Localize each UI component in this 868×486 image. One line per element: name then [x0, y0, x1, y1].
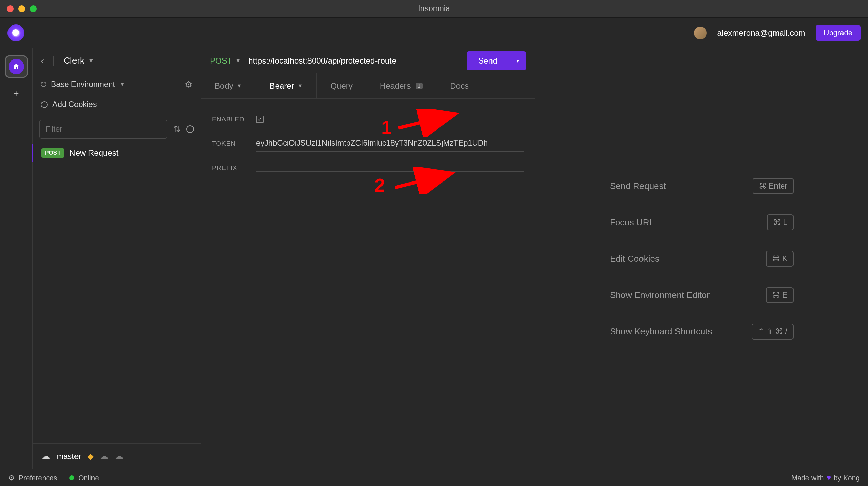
chevron-down-icon: ▼ [235, 58, 241, 64]
divider [53, 56, 54, 66]
shortcut-send-request: Send Request ⌘ Enter [610, 178, 794, 194]
tab-body-label: Body [215, 81, 233, 91]
maximize-window-button[interactable] [30, 5, 37, 12]
made-with-label: Made with [791, 474, 824, 482]
enabled-checkbox[interactable] [256, 116, 264, 123]
headers-count-badge: 1 [416, 83, 423, 89]
sidebar: ‹ Clerk ▼ Base Environment ▼ ⚙ Add Cooki… [33, 48, 201, 469]
shortcut-focus-url: Focus URL ⌘ L [610, 214, 794, 230]
tab-docs-label: Docs [450, 81, 469, 91]
heart-icon: ♥ [827, 474, 831, 482]
shortcut-label: Show Environment Editor [610, 290, 710, 300]
environment-dot-icon [41, 82, 46, 87]
app-title: Insomnia [418, 4, 450, 13]
cookie-icon [41, 101, 48, 108]
tab-query-label: Query [330, 81, 352, 91]
shortcut-edit-cookies: Edit Cookies ⌘ K [610, 251, 794, 267]
response-pane: Send Request ⌘ Enter Focus URL ⌘ L Edit … [535, 48, 868, 469]
cube-icon[interactable]: ◆ [87, 452, 94, 461]
home-rail-button[interactable] [5, 55, 28, 78]
online-dot-icon [69, 475, 74, 480]
request-pane: POST ▼ https://localhost:8000/api/protec… [201, 48, 535, 469]
shortcut-label: Focus URL [610, 217, 654, 228]
header-bar: alexmerona@gmail.com Upgrade [0, 18, 868, 48]
statusbar: ⚙ Preferences Online Made with ♥ by Kong [0, 469, 868, 486]
request-item[interactable]: POST New Request [32, 144, 201, 162]
method-label: POST [210, 56, 232, 66]
preferences-button[interactable]: ⚙ Preferences [8, 474, 57, 482]
shortcut-keyboard: Show Keyboard Shortcuts ⌃ ⇧ ⌘ / [610, 324, 794, 340]
tab-docs[interactable]: Docs [436, 73, 482, 98]
preferences-label: Preferences [19, 474, 57, 482]
online-status[interactable]: Online [69, 474, 99, 482]
shortcut-key: ⌘ Enter [753, 178, 794, 194]
shortcut-key: ⌘ L [767, 214, 794, 230]
upgrade-button[interactable]: Upgrade [816, 25, 861, 41]
method-badge: POST [41, 148, 64, 158]
add-cookies-button[interactable]: Add Cookies [33, 95, 201, 114]
auth-enabled-row: ENABLED [212, 109, 524, 129]
send-button[interactable]: Send [467, 51, 509, 70]
cloud-download-icon[interactable]: ☁ [100, 451, 108, 462]
shortcut-label: Show Keyboard Shortcuts [610, 326, 712, 337]
avatar[interactable] [694, 27, 707, 39]
back-button[interactable]: ‹ [41, 55, 44, 66]
shortcut-label: Send Request [610, 181, 666, 191]
chevron-down-icon: ▼ [298, 83, 303, 89]
tab-bearer[interactable]: Bearer ▼ [256, 73, 317, 98]
environment-settings-button[interactable]: ⚙ [185, 79, 193, 90]
auth-body: ENABLED TOKEN eyJhbGciOiJSUzI1NiIsImtpZC… [201, 99, 535, 189]
add-workspace-button[interactable]: + [13, 88, 19, 99]
token-input[interactable]: eyJhbGciOiJSUzI1NiIsImtpZCI6Imluc18yT3Nn… [256, 135, 524, 152]
tab-body[interactable]: Body ▼ [201, 73, 256, 98]
made-with-love: Made with ♥ by Kong [791, 474, 860, 482]
environment-dropdown[interactable]: Base Environment ▼ [41, 80, 125, 89]
user-email[interactable]: alexmerona@gmail.com [717, 28, 805, 38]
insomnia-logo-icon[interactable] [7, 24, 24, 41]
filter-row: ⇅ + [33, 114, 201, 144]
left-rail: + [0, 48, 33, 469]
environment-label: Base Environment [51, 80, 115, 89]
shortcut-label: Edit Cookies [610, 254, 660, 264]
request-tabs: Body ▼ Bearer ▼ Query Headers 1 Docs [201, 73, 535, 99]
add-cookies-label: Add Cookies [52, 100, 97, 109]
shortcuts-list: Send Request ⌘ Enter Focus URL ⌘ L Edit … [610, 178, 794, 340]
minimize-window-button[interactable] [18, 5, 25, 12]
cloud-upload-icon[interactable]: ☁ [115, 451, 123, 462]
chevron-down-icon: ▼ [88, 58, 94, 64]
send-dropdown-button[interactable]: ▼ [509, 51, 526, 70]
method-select[interactable]: POST ▼ [210, 56, 241, 66]
environment-row: Base Environment ▼ ⚙ [33, 73, 201, 95]
prefix-label: PREFIX [212, 164, 256, 172]
titlebar: Insomnia [0, 0, 868, 18]
chevron-down-icon: ▼ [237, 83, 242, 89]
home-icon [9, 59, 24, 74]
traffic-lights [0, 5, 37, 12]
request-item-name: New Request [69, 148, 118, 158]
token-label: TOKEN [212, 140, 256, 147]
gear-icon: ⚙ [8, 474, 15, 482]
branch-name[interactable]: master [56, 452, 81, 461]
add-request-button[interactable]: + [186, 125, 194, 133]
cloud-icon: ☁ [41, 451, 50, 462]
prefix-input[interactable] [256, 164, 524, 172]
shortcut-key: ⌘ K [766, 251, 794, 267]
by-kong-label: by Kong [834, 474, 860, 482]
sort-button[interactable]: ⇅ [173, 124, 180, 134]
shortcut-key: ⌘ E [766, 287, 794, 303]
tab-query[interactable]: Query [317, 73, 366, 98]
url-input[interactable]: https://localhost:8000/api/protected-rou… [248, 56, 459, 66]
tab-headers-label: Headers [380, 81, 411, 91]
header-right: alexmerona@gmail.com Upgrade [694, 25, 861, 41]
sidebar-header: ‹ Clerk ▼ [33, 48, 201, 73]
tab-bearer-label: Bearer [270, 81, 294, 91]
filter-input[interactable] [39, 120, 167, 139]
shortcut-env-editor: Show Environment Editor ⌘ E [610, 287, 794, 303]
enabled-label: ENABLED [212, 116, 256, 123]
close-window-button[interactable] [7, 5, 14, 12]
tab-headers[interactable]: Headers 1 [366, 73, 437, 98]
workspace-name-label: Clerk [64, 55, 84, 66]
auth-token-row: TOKEN eyJhbGciOiJSUzI1NiIsImtpZCI6Imluc1… [212, 129, 524, 158]
chevron-down-icon: ▼ [120, 81, 125, 87]
workspace-dropdown[interactable]: Clerk ▼ [64, 55, 94, 66]
